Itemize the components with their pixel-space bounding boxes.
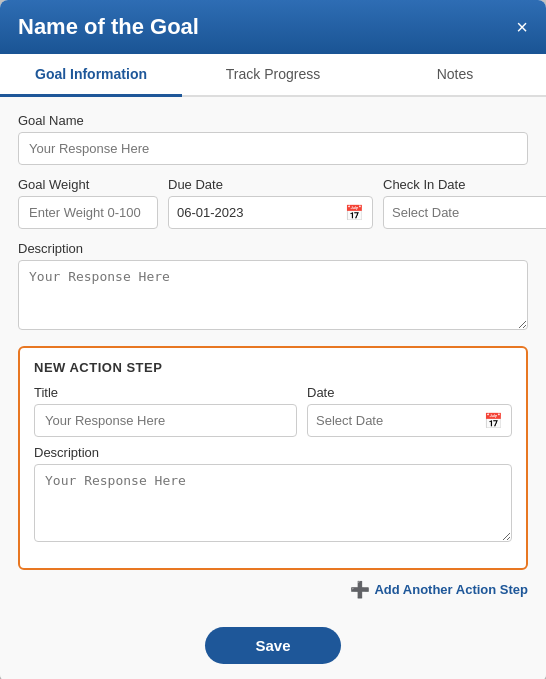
due-date-wrap: 📅 [168, 196, 373, 229]
goal-weight-label: Goal Weight [18, 177, 158, 192]
action-date-wrap: 📅 [307, 404, 512, 437]
goal-weight-input[interactable] [18, 196, 158, 229]
modal-title: Name of the Goal [18, 14, 199, 40]
action-date-group: Date 📅 [307, 385, 512, 437]
check-in-date-group: Check In Date 📅 [383, 177, 546, 229]
action-step-title: NEW ACTION STEP [34, 360, 512, 375]
goal-name-group: Goal Name [18, 113, 528, 165]
goal-name-label: Goal Name [18, 113, 528, 128]
date-weight-row: Goal Weight Due Date 📅 Check In Date 📅 [18, 177, 528, 229]
add-step-row: ➕ Add Another Action Step [18, 580, 528, 599]
modal-body: Goal Name Goal Weight Due Date 📅 Check I… [0, 97, 546, 617]
due-date-calendar-icon[interactable]: 📅 [345, 204, 364, 222]
tab-bar: Goal Information Track Progress Notes [0, 54, 546, 97]
add-action-step-button[interactable]: ➕ Add Another Action Step [350, 580, 528, 599]
action-title-date-row: Title Date 📅 [34, 385, 512, 437]
action-title-label: Title [34, 385, 297, 400]
save-button[interactable]: Save [205, 627, 340, 664]
tab-notes[interactable]: Notes [364, 54, 546, 97]
action-description-label: Description [34, 445, 512, 460]
goal-modal: Name of the Goal × Goal Information Trac… [0, 0, 546, 679]
description-group: Description [18, 241, 528, 334]
action-description-group: Description [34, 445, 512, 546]
check-in-date-input[interactable] [392, 197, 546, 228]
action-title-input[interactable] [34, 404, 297, 437]
tab-goal-information[interactable]: Goal Information [0, 54, 182, 97]
description-textarea[interactable] [18, 260, 528, 330]
close-button[interactable]: × [516, 17, 528, 37]
goal-name-input[interactable] [18, 132, 528, 165]
check-in-label: Check In Date [383, 177, 546, 192]
plus-circle-icon: ➕ [350, 580, 370, 599]
action-date-label: Date [307, 385, 512, 400]
action-description-textarea[interactable] [34, 464, 512, 542]
due-date-input[interactable] [177, 197, 345, 228]
action-date-input[interactable] [316, 405, 484, 436]
action-step-section: NEW ACTION STEP Title Date 📅 Description [18, 346, 528, 570]
check-in-date-wrap: 📅 [383, 196, 546, 229]
due-date-label: Due Date [168, 177, 373, 192]
action-title-group: Title [34, 385, 297, 437]
modal-footer: Save [0, 617, 546, 679]
description-label: Description [18, 241, 528, 256]
goal-weight-group: Goal Weight [18, 177, 158, 229]
action-date-calendar-icon[interactable]: 📅 [484, 412, 503, 430]
modal-header: Name of the Goal × [0, 0, 546, 54]
tab-track-progress[interactable]: Track Progress [182, 54, 364, 97]
due-date-group: Due Date 📅 [168, 177, 373, 229]
